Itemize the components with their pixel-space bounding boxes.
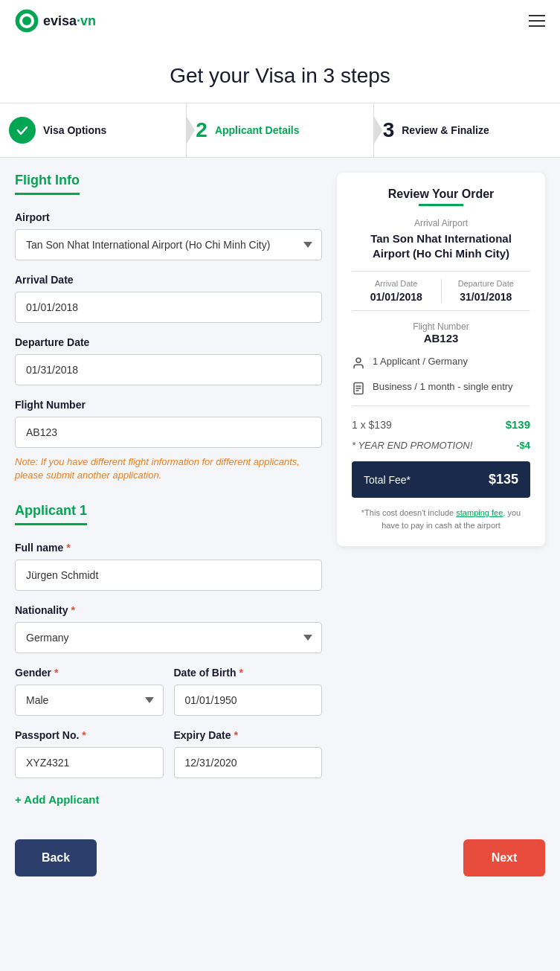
- passport-expiry-row: Passport No. * Expiry Date *: [15, 716, 322, 778]
- review-promo-amount: -$4: [516, 440, 530, 451]
- passport-input[interactable]: [15, 747, 164, 778]
- review-applicant-row: 1 Applicant / Germany: [352, 355, 530, 373]
- review-airport-name: Tan Son Nhat International Airport (Ho C…: [352, 231, 530, 260]
- review-note: *This cost doesn't include stamping fee,…: [352, 507, 530, 531]
- airport-label: Airport: [15, 211, 322, 223]
- review-promo-label: * YEAR END PROMOTION!: [352, 440, 472, 451]
- step-1-arrow: [186, 115, 195, 145]
- review-promo-row: * YEAR END PROMOTION! -$4: [352, 437, 530, 457]
- review-airport-label: Arrival Airport: [352, 218, 530, 228]
- full-name-label: Full name *: [15, 542, 322, 554]
- step-2-label: Applicant Details: [215, 124, 300, 136]
- dob-group: Date of Birth *: [174, 667, 323, 716]
- svg-point-2: [22, 16, 31, 25]
- expiry-input[interactable]: [174, 747, 323, 778]
- review-dates: Arrival Date 01/01/2018 Departure Date 3…: [352, 271, 530, 311]
- step-3: 3 Review & Finalize: [374, 103, 560, 157]
- review-departure-label: Departure Date: [442, 279, 531, 288]
- right-panel: Review Your Order Arrival Airport Tan So…: [337, 173, 545, 546]
- airport-group: Airport Tan Son Nhat International Airpo…: [15, 211, 322, 260]
- nationality-select[interactable]: Germany USA: [15, 622, 322, 653]
- review-total-amount: $135: [489, 472, 518, 487]
- departure-date-group: Departure Date: [15, 336, 322, 385]
- steps-bar: Visa Options 2 Applicant Details 3 Revie…: [0, 103, 560, 158]
- step-2-number: 2: [196, 118, 207, 142]
- dob-input[interactable]: [174, 685, 323, 716]
- gender-select[interactable]: Male Female: [15, 685, 164, 716]
- expiry-label: Expiry Date *: [174, 729, 323, 741]
- departure-date-input[interactable]: [15, 354, 322, 385]
- page-title-section: Get your Visa in 3 steps: [0, 42, 560, 103]
- full-name-group: Full name *: [15, 542, 322, 591]
- airport-select[interactable]: Tan Son Nhat International Airport (Ho C…: [15, 229, 322, 260]
- header: evisa·vn: [0, 0, 560, 42]
- review-visa-type-text: Business / 1 month - single entry: [373, 380, 513, 394]
- stamping-fee-link[interactable]: stamping fee: [456, 508, 503, 517]
- step-1: Visa Options: [0, 103, 187, 157]
- left-panel: Flight Info Airport Tan Son Nhat Interna…: [15, 173, 322, 807]
- review-arrival-label: Arrival Date: [352, 279, 441, 288]
- review-total-row: Total Fee* $135: [352, 461, 530, 498]
- flight-number-label: Flight Number: [15, 399, 322, 411]
- review-total-label: Total Fee*: [364, 474, 411, 486]
- logo: evisa·vn: [15, 9, 96, 33]
- review-title-divider: [419, 204, 463, 206]
- full-name-required: *: [66, 542, 70, 554]
- flight-info-title: Flight Info: [15, 173, 80, 195]
- passport-group: Passport No. *: [15, 729, 164, 778]
- hamburger-menu[interactable]: [529, 15, 545, 27]
- review-arrival-val: 01/01/2018: [352, 291, 441, 303]
- applicant-section: Applicant 1 Full name * Nationality * Ge…: [15, 503, 322, 778]
- expiry-required: *: [234, 729, 237, 741]
- button-row: Back Next: [0, 821, 560, 894]
- page-title: Get your Visa in 3 steps: [15, 64, 545, 88]
- flight-info-section: Flight Info Airport Tan Son Nhat Interna…: [15, 173, 322, 482]
- expiry-group: Expiry Date *: [174, 729, 323, 778]
- review-price-label: 1 x $139: [352, 419, 392, 431]
- departure-date-label: Departure Date: [15, 336, 322, 348]
- full-name-input[interactable]: [15, 560, 322, 591]
- add-applicant-button[interactable]: + Add Applicant: [15, 793, 99, 806]
- nationality-label: Nationality *: [15, 604, 322, 616]
- review-box: Review Your Order Arrival Airport Tan So…: [337, 173, 545, 546]
- document-icon: [352, 382, 365, 398]
- dob-required: *: [239, 667, 242, 679]
- gender-required: *: [54, 667, 58, 679]
- flight-number-input[interactable]: [15, 417, 322, 448]
- passport-required: *: [82, 729, 86, 741]
- back-button[interactable]: Back: [15, 839, 97, 877]
- nationality-group: Nationality * Germany USA: [15, 604, 322, 653]
- review-flight-num: AB123: [352, 332, 530, 345]
- svg-point-3: [356, 358, 361, 362]
- arrival-date-group: Arrival Date: [15, 274, 322, 323]
- step-2: 2 Applicant Details: [187, 103, 373, 157]
- step-1-label: Visa Options: [43, 124, 106, 136]
- gender-label: Gender *: [15, 667, 164, 679]
- arrival-date-label: Arrival Date: [15, 274, 322, 286]
- review-title: Review Your Order: [352, 188, 530, 201]
- logo-text: evisa·vn: [43, 13, 96, 29]
- gender-dob-row: Gender * Male Female Date of Birth *: [15, 653, 322, 716]
- passport-label: Passport No. *: [15, 729, 164, 741]
- step-3-label: Review & Finalize: [402, 124, 489, 136]
- dob-label: Date of Birth *: [174, 667, 323, 679]
- review-visa-type-row: Business / 1 month - single entry: [352, 380, 530, 398]
- nationality-required: *: [71, 604, 74, 616]
- arrival-date-input[interactable]: [15, 292, 322, 323]
- review-price-row: 1 x $139 $139: [352, 412, 530, 437]
- flight-number-group: Flight Number: [15, 399, 322, 448]
- applicant-title: Applicant 1: [15, 503, 87, 525]
- review-departure-date: Departure Date 31/01/2018: [441, 279, 531, 303]
- logo-icon: [15, 9, 39, 33]
- flight-note: Note: If you have different flight infor…: [15, 455, 322, 482]
- step-1-check: [9, 117, 36, 144]
- next-button[interactable]: Next: [463, 839, 545, 877]
- step-2-arrow: [373, 115, 382, 145]
- review-departure-val: 31/01/2018: [442, 291, 531, 303]
- review-flight-label: Flight Number: [352, 321, 530, 332]
- gender-group: Gender * Male Female: [15, 667, 164, 716]
- person-icon: [352, 356, 365, 373]
- main-content: Flight Info Airport Tan Son Nhat Interna…: [0, 158, 560, 821]
- checkmark-icon: [16, 124, 29, 137]
- review-price-amount: $139: [506, 418, 530, 431]
